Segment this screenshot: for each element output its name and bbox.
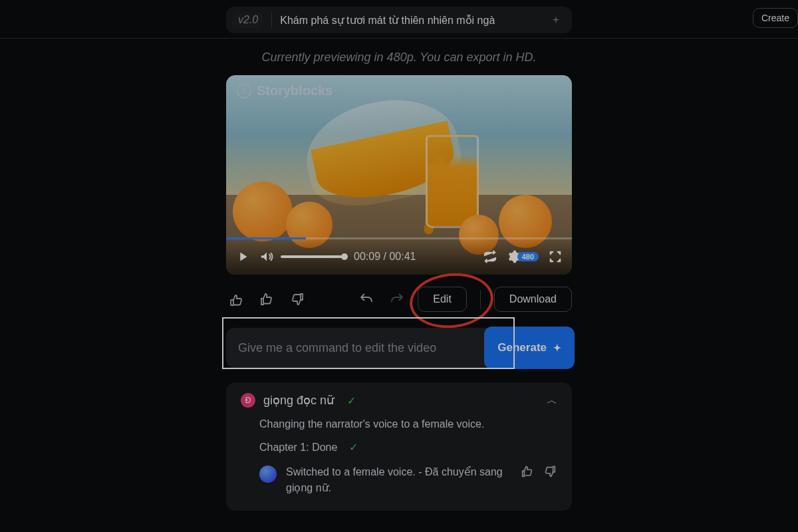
clap-icon[interactable] xyxy=(226,289,246,309)
sparkle-icon: ✦ xyxy=(553,342,561,353)
undo-icon[interactable] xyxy=(356,289,376,309)
bot-message: Switched to a female voice. - Đã chuyển … xyxy=(286,464,511,496)
version-chip: v2.0 xyxy=(233,13,263,27)
current-time: 00:09 xyxy=(354,251,380,262)
time-separator: / xyxy=(380,251,389,262)
history-card-header[interactable]: Đ giọng đọc nữ ✓ ︿ xyxy=(241,393,557,408)
history-title: giọng đọc nữ xyxy=(263,393,334,408)
check-icon: ✓ xyxy=(349,441,358,454)
chapter-label: Chapter 1: Done xyxy=(259,442,337,454)
title-separator xyxy=(271,13,272,27)
progress-filled xyxy=(226,237,306,239)
volume-icon[interactable] xyxy=(259,249,274,264)
total-time: 00:41 xyxy=(389,251,416,262)
action-divider xyxy=(480,290,481,309)
command-section: Generate ✦ xyxy=(226,328,572,368)
top-bar: v2.0 Khám phá sự tươi mát từ thiên nhiên… xyxy=(0,0,798,39)
bot-message-row: Switched to a female voice. - Đã chuyển … xyxy=(259,464,557,496)
download-button[interactable]: Download xyxy=(494,287,572,312)
chapter-status-row: Chapter 1: Done ✓ xyxy=(259,441,557,454)
progress-bar[interactable] xyxy=(226,237,572,239)
create-button[interactable]: Create xyxy=(753,8,798,28)
project-title[interactable]: Khám phá sự tươi mát từ thiên nhiên mỗi … xyxy=(280,14,495,27)
edit-button[interactable]: Edit xyxy=(418,287,467,312)
generate-button[interactable]: Generate ✦ xyxy=(484,327,575,369)
preview-quality-note: Currently previewing in 480p. You can ex… xyxy=(262,51,537,65)
redo-icon[interactable] xyxy=(387,289,407,309)
history-card: Đ giọng đọc nữ ✓ ︿ Changing the narrator… xyxy=(226,382,572,511)
video-player[interactable]: S Storyblocks 00:09 / xyxy=(226,75,572,275)
time-display: 00:09 / 00:41 xyxy=(354,251,416,263)
fullscreen-icon[interactable] xyxy=(548,249,563,264)
history-card-body: Changing the narrator's voice to a femal… xyxy=(259,418,557,496)
volume-control[interactable] xyxy=(259,249,344,264)
title-capsule: v2.0 Khám phá sự tươi mát từ thiên nhiên… xyxy=(226,7,572,33)
player-controls: 00:09 / 00:41 480 xyxy=(226,239,572,275)
chevron-up-icon[interactable]: ︿ xyxy=(547,394,557,408)
command-input[interactable] xyxy=(226,328,484,368)
action-row: Edit Download xyxy=(226,287,572,312)
command-bar: Generate ✦ xyxy=(226,328,572,368)
quality-badge[interactable]: 480 xyxy=(517,252,539,261)
loop-icon[interactable] xyxy=(483,249,497,264)
bot-avatar-icon xyxy=(259,466,277,483)
volume-slider[interactable] xyxy=(281,255,344,258)
play-icon[interactable] xyxy=(235,249,250,264)
main-column: Currently previewing in 480p. You can ex… xyxy=(0,39,798,511)
thumbs-down-icon[interactable] xyxy=(287,289,307,309)
message-thumbs-up-icon[interactable] xyxy=(520,464,535,481)
thumbs-up-icon[interactable] xyxy=(257,289,277,309)
check-icon: ✓ xyxy=(347,394,356,407)
add-project-button[interactable]: + xyxy=(547,11,565,29)
message-thumbs-down-icon[interactable] xyxy=(543,464,557,481)
generate-label: Generate xyxy=(497,341,547,354)
history-description: Changing the narrator's voice to a femal… xyxy=(259,418,557,430)
user-avatar: Đ xyxy=(241,393,255,408)
